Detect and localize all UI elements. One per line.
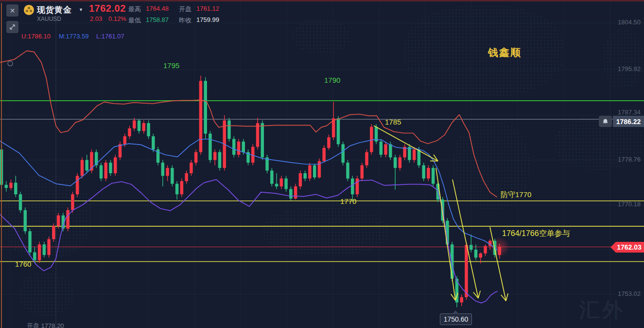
level-label-1760: 1760: [15, 260, 31, 268]
gold-coin-icon: [24, 5, 34, 15]
candle: [190, 163, 193, 173]
symbol-code: XAUUSD: [37, 16, 61, 22]
candle: [85, 160, 88, 171]
session-open-label: 开盘 1778.20: [27, 322, 64, 328]
candle: [142, 123, 146, 131]
candle: [66, 210, 70, 229]
candle: [322, 148, 326, 161]
candle: [71, 194, 74, 210]
candle: [256, 123, 260, 147]
candle: [427, 168, 430, 179]
candle: [294, 186, 297, 199]
candle: [346, 163, 349, 179]
level-label-1790: 1790: [324, 76, 340, 84]
candle: [280, 179, 283, 186]
candle: [365, 152, 368, 165]
candle: [399, 157, 402, 168]
candle: [380, 142, 383, 155]
candle: [232, 139, 236, 155]
candle: [81, 160, 84, 176]
stat-prevclose-label: 昨收: [179, 16, 191, 25]
candle: [199, 81, 203, 152]
candle: [152, 136, 155, 149]
candle: [474, 250, 478, 257]
low-price-value: 1750.60: [444, 315, 469, 323]
last-price: 1762.02: [89, 3, 126, 14]
close-icon: ✕: [10, 7, 16, 15]
candle: [213, 152, 217, 160]
candle: [465, 245, 468, 297]
candle: [384, 144, 387, 155]
candle: [413, 149, 416, 160]
bollinger-lower-band: [0, 180, 497, 303]
down-arrow-1[interactable]: [436, 168, 455, 300]
candle: [123, 136, 127, 144]
candle: [361, 165, 364, 179]
defend-1770-annotation: 防守1770: [501, 190, 531, 200]
candle: [460, 297, 463, 303]
candle: [104, 163, 107, 179]
candle: [194, 152, 198, 163]
candle: [432, 168, 435, 184]
candle: [351, 179, 354, 195]
candle: [498, 247, 502, 255]
candle: [161, 163, 165, 176]
axis-label: 1778.76: [618, 156, 641, 163]
symbol-selector[interactable]: 现货黄金: [37, 4, 72, 16]
axis-label: 1787.34: [618, 109, 641, 116]
candle: [341, 144, 345, 163]
trading-app-screen: ✕ 现货黄金 ▼ XAUUSD 1762.02 2.03 0.12% 最高 17…: [0, 0, 644, 328]
stat-low-label: 最低: [128, 16, 141, 25]
trader-name-annotation: 钱鑫顺: [488, 46, 522, 59]
candle: [418, 149, 421, 165]
candle: [147, 123, 150, 136]
candle: [175, 184, 179, 195]
site-watermark: 汇外网: [579, 296, 644, 328]
candle: [109, 163, 112, 173]
top-border-strip: [0, 0, 644, 1]
price-change-pct: 0.12%: [108, 15, 126, 22]
close-button[interactable]: ✕: [6, 4, 18, 17]
candle: [209, 134, 212, 160]
candle: [242, 142, 245, 152]
candle: [227, 121, 231, 139]
candle: [133, 121, 136, 128]
bell-icon: [602, 118, 609, 125]
candle: [204, 81, 207, 133]
candle: [166, 168, 169, 176]
candle: [57, 216, 60, 226]
candle: [24, 210, 27, 231]
candle: [389, 144, 392, 157]
alert-price-tag[interactable]: 1786.22: [613, 116, 644, 127]
candle: [5, 185, 8, 188]
candle: [313, 165, 316, 178]
candle: [9, 182, 13, 188]
candle: [180, 181, 184, 194]
expand-button[interactable]: [6, 21, 18, 33]
chart-canvas[interactable]: [0, 0, 644, 328]
candle: [479, 254, 483, 258]
bollinger-mid-value: M:1773.59: [59, 33, 88, 40]
candle: [270, 170, 274, 183]
bollinger-upper-value: U:1786.10: [21, 33, 51, 40]
candle: [327, 137, 331, 148]
level-label-1795: 1795: [163, 61, 179, 70]
candle: [308, 165, 312, 179]
candle: [356, 179, 359, 195]
price-change: 2.03: [90, 15, 102, 22]
chevron-down-icon: ▼: [79, 7, 83, 12]
alert-bell-button[interactable]: [599, 116, 612, 127]
candle: [470, 245, 473, 250]
candle: [299, 173, 302, 186]
low-price-tooltip: 1750.60: [440, 313, 472, 325]
candle: [52, 226, 55, 239]
stat-high-label: 最高: [128, 5, 141, 14]
candle: [100, 165, 103, 179]
candle: [185, 173, 188, 181]
candle: [47, 239, 51, 255]
stat-open-label: 开盘: [179, 5, 191, 14]
band-handle-marker[interactable]: [8, 61, 13, 66]
candle: [218, 152, 222, 168]
candle: [28, 231, 31, 252]
stat-open-value: 1761.12: [196, 5, 219, 12]
